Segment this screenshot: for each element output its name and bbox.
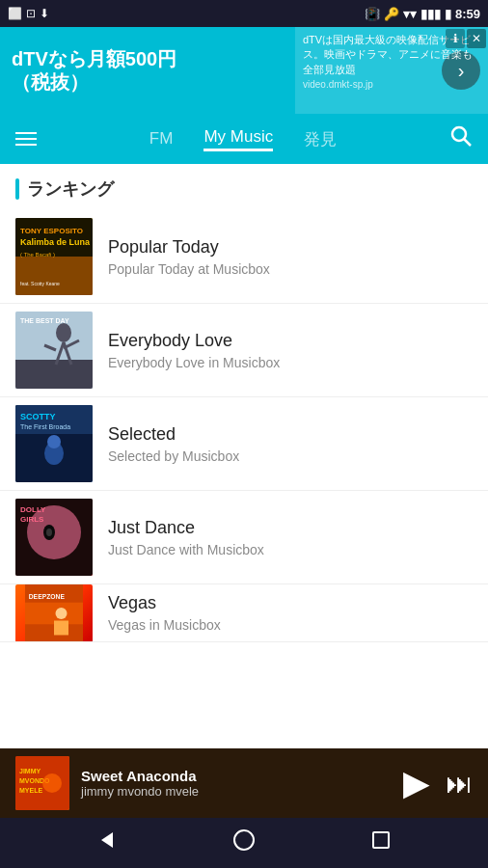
svg-text:Kalimba de Luna: Kalimba de Luna bbox=[20, 237, 91, 247]
svg-text:DOLLY: DOLLY bbox=[20, 505, 46, 514]
now-playing-bar[interactable]: JIMMY MVONDO MYELE Sweet Anaconda jimmy … bbox=[0, 748, 488, 818]
album-art: THE BEST DAY bbox=[15, 312, 93, 389]
music-info: Vegas Vegas in Musicbox bbox=[108, 593, 473, 633]
music-info: Selected Selected by Musicbox bbox=[108, 424, 473, 464]
svg-point-0 bbox=[452, 127, 466, 141]
recents-button[interactable] bbox=[369, 828, 393, 857]
music-subtitle: Everybody Love in Musicbox bbox=[108, 355, 473, 370]
svg-text:SCOTTY: SCOTTY bbox=[20, 412, 56, 421]
wifi-icon: ▾▾ bbox=[403, 7, 417, 21]
key-icon: 🔑 bbox=[384, 7, 399, 21]
signal-icon: ▮▮▮ bbox=[420, 7, 441, 21]
svg-line-1 bbox=[464, 139, 471, 146]
section-title: ランキング bbox=[27, 177, 114, 201]
nav-bar: FM My Music 発見 bbox=[0, 114, 488, 164]
system-nav bbox=[0, 818, 488, 868]
tab-mymusic[interactable]: My Music bbox=[203, 127, 273, 151]
tab-discover[interactable]: 発見 bbox=[304, 128, 337, 150]
svg-text:JIMMY: JIMMY bbox=[19, 768, 41, 774]
music-subtitle: Popular Today at Musicbox bbox=[108, 261, 473, 277]
music-subtitle: Just Dance with Musicbox bbox=[108, 542, 473, 557]
section-bar bbox=[15, 178, 19, 200]
menu-icon[interactable] bbox=[15, 132, 37, 146]
music-info: Just Dance Just Dance with Musicbox bbox=[108, 518, 473, 557]
np-info: Sweet Anaconda jimmy mvondo mvele bbox=[81, 768, 392, 799]
svg-point-27 bbox=[46, 529, 52, 536]
album-art: DEEPZONE bbox=[15, 584, 93, 642]
svg-marker-38 bbox=[101, 832, 113, 848]
status-icons-right: 📳 🔑 ▾▾ ▮▮▮ ▮ 8:59 bbox=[365, 7, 480, 21]
album-art: TONY ESPOSITO Kalimba de Luna ( The Baca… bbox=[15, 218, 93, 295]
tab-fm[interactable]: FM bbox=[149, 129, 174, 149]
list-item[interactable]: THE BEST DAY Everybody Love Everybody Lo… bbox=[0, 304, 488, 397]
album-art: DOLLY GIRLS bbox=[15, 499, 93, 576]
list-item[interactable]: DEEPZONE Vegas Vegas in Musicbox bbox=[0, 584, 488, 642]
music-title: Selected bbox=[108, 424, 473, 445]
search-icon[interactable] bbox=[449, 124, 473, 153]
music-title: Vegas bbox=[108, 593, 473, 613]
svg-text:MYELE: MYELE bbox=[19, 787, 42, 794]
svg-rect-9 bbox=[15, 360, 93, 389]
album-art: SCOTTY The First Broada bbox=[15, 405, 93, 482]
svg-point-21 bbox=[47, 435, 61, 448]
np-album-art: JIMMY MVONDO MYELE bbox=[15, 756, 69, 810]
music-info: Everybody Love Everybody Love in Musicbo… bbox=[108, 331, 473, 370]
battery-icon: ▮ bbox=[445, 7, 451, 21]
music-info: Popular Today Popular Today at Musicbox bbox=[108, 237, 473, 277]
list-item[interactable]: TONY ESPOSITO Kalimba de Luna ( The Baca… bbox=[0, 210, 488, 304]
music-title: Just Dance bbox=[108, 518, 473, 538]
section-header: ランキング bbox=[0, 164, 488, 210]
nav-tabs: FM My Music 発見 bbox=[149, 127, 337, 151]
np-artist: jimmy mvondo mvele bbox=[81, 784, 392, 799]
np-title: Sweet Anaconda bbox=[81, 768, 392, 784]
music-title: Popular Today bbox=[108, 237, 473, 258]
play-button[interactable]: ▶ bbox=[403, 763, 430, 803]
ad-close-button[interactable]: ✕ bbox=[467, 29, 486, 48]
status-bar: ⬜ ⊡ ⬇ 📳 🔑 ▾▾ ▮▮▮ ▮ 8:59 bbox=[0, 0, 488, 27]
music-title: Everybody Love bbox=[108, 331, 473, 351]
status-icons-left: ⬜ ⊡ ⬇ bbox=[8, 7, 49, 20]
svg-point-39 bbox=[234, 830, 254, 850]
screenshot-icon: ⬜ bbox=[8, 7, 22, 20]
np-controls: ▶ ⏭ bbox=[403, 763, 473, 803]
music-subtitle: Selected by Musicbox bbox=[108, 448, 473, 464]
svg-point-31 bbox=[56, 608, 68, 619]
next-button[interactable]: ⏭ bbox=[446, 768, 473, 800]
svg-text:GIRLS: GIRLS bbox=[20, 515, 44, 524]
vibrate-icon: 📳 bbox=[365, 7, 380, 21]
svg-text:The First Broada: The First Broada bbox=[20, 423, 70, 430]
list-item[interactable]: SCOTTY The First Broada Selected Selecte… bbox=[0, 397, 488, 491]
download-icon: ⬇ bbox=[40, 7, 49, 20]
svg-text:feat. Scotty Keane: feat. Scotty Keane bbox=[20, 281, 60, 286]
svg-point-37 bbox=[42, 773, 62, 793]
list-item[interactable]: DOLLY GIRLS Just Dance Just Dance with M… bbox=[0, 491, 488, 584]
svg-rect-3 bbox=[15, 257, 93, 295]
svg-text:TONY ESPOSITO: TONY ESPOSITO bbox=[20, 227, 83, 235]
svg-text:THE BEST DAY: THE BEST DAY bbox=[20, 317, 69, 324]
time: 8:59 bbox=[455, 7, 480, 21]
ad-info-button[interactable]: ℹ bbox=[446, 29, 465, 48]
svg-rect-40 bbox=[373, 832, 389, 848]
svg-text:DEEPZONE: DEEPZONE bbox=[29, 593, 66, 600]
home-button[interactable] bbox=[232, 828, 256, 857]
svg-rect-32 bbox=[54, 620, 68, 635]
music-list: TONY ESPOSITO Kalimba de Luna ( The Baca… bbox=[0, 210, 488, 642]
music-subtitle: Vegas in Musicbox bbox=[108, 617, 473, 633]
svg-point-10 bbox=[56, 323, 71, 342]
back-button[interactable] bbox=[95, 828, 119, 857]
svg-text:( The Bacafi ): ( The Bacafi ) bbox=[20, 252, 55, 258]
ad-banner[interactable]: dTVなら月額500円（税抜） › dTVは国内最大級の映像配信サービス。映画や… bbox=[0, 27, 488, 114]
square-icon: ⊡ bbox=[26, 7, 36, 20]
